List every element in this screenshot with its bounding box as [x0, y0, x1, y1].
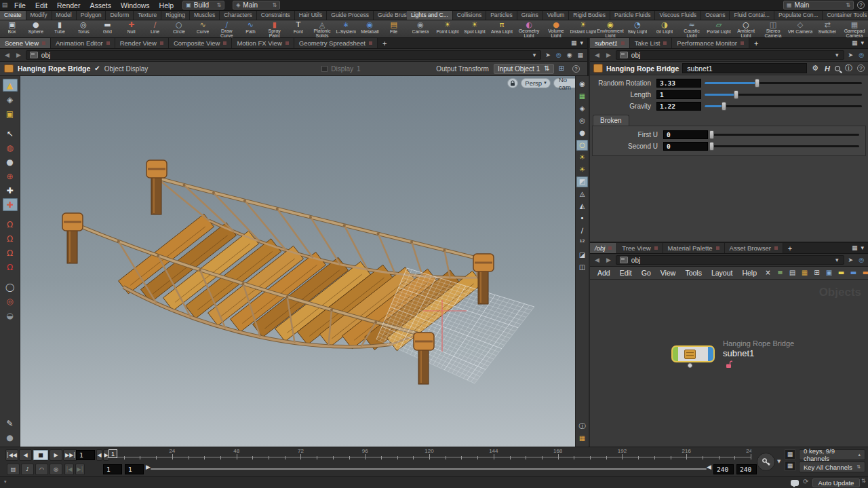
forward-button[interactable]: ▶ [14, 52, 23, 58]
object-display-label[interactable]: Object Display [104, 65, 148, 73]
tab-motion-fx-view[interactable]: Motion FX View [232, 38, 294, 48]
hq-lighting-icon[interactable]: ☀ [576, 164, 588, 175]
message-bubble-icon[interactable] [791, 480, 799, 486]
chevron-down-icon[interactable]: ▾ [532, 52, 538, 58]
tab-performance-monitor[interactable]: Performance Monitor [672, 38, 749, 48]
point-numbers-icon[interactable]: ¹² [576, 238, 588, 248]
play-button[interactable]: ▶ [50, 449, 62, 461]
back-button[interactable]: ◀ [593, 52, 601, 58]
step-back-button[interactable]: ◀ [19, 449, 32, 461]
tab-close-icon[interactable] [223, 41, 226, 45]
view-orbit-icon[interactable]: ◯ [3, 280, 18, 293]
menu-windows[interactable]: Windows [116, 1, 155, 10]
viewport-lock-button[interactable] [507, 78, 518, 88]
menu-edit[interactable]: Edit [31, 1, 52, 10]
shelf-tool-file[interactable]: ▤File [382, 20, 406, 37]
shelf-tab-rigid-bodies[interactable]: Rigid Bodies [569, 11, 610, 20]
wireframe-icon[interactable]: ◬ [576, 189, 588, 200]
shadows-icon[interactable]: ◩ [576, 176, 588, 187]
shelf-tab-populate-con[interactable]: Populate Con... [774, 11, 823, 20]
shelf-tab-texture[interactable]: Texture [134, 11, 161, 20]
range-end-field[interactable]: 240 [713, 464, 734, 474]
thumbnails-icon[interactable]: ⊞ [812, 268, 822, 278]
camera-toggle-icon[interactable]: ◉ [566, 52, 574, 58]
smooth-shaded-icon[interactable]: ◭ [576, 201, 588, 212]
refresh-icon[interactable]: ⟳ [803, 478, 808, 485]
range-start-handle[interactable]: ▶ [146, 464, 151, 470]
net-menu-edit[interactable]: Edit [615, 269, 637, 277]
tab-obj[interactable]: /obj [590, 243, 617, 253]
shelf-tool-spray-paint[interactable]: ▮Spray Paint [262, 20, 286, 37]
check-icon[interactable]: ✔ [94, 65, 100, 72]
info-icon[interactable]: ⓘ [844, 64, 854, 72]
shelf-tool-box[interactable]: ▣Box [0, 20, 24, 37]
audio-options-button[interactable]: ♪ [21, 464, 34, 475]
parameter-help-button[interactable]: ? [857, 64, 865, 72]
menu-render[interactable]: Render [52, 1, 85, 10]
shelf-tab-fluid-contai[interactable]: Fluid Contai... [730, 11, 774, 20]
shelf-tab-vellum[interactable]: Vellum [543, 11, 570, 20]
chevron-down-icon[interactable]: ▾ [834, 257, 840, 263]
shelf-tab-constraints[interactable]: Constraints [257, 11, 295, 20]
color-scheme-icon[interactable]: ▦ [576, 433, 588, 444]
forward-button[interactable]: ▶ [604, 52, 613, 58]
tools-icon[interactable]: × [763, 268, 773, 278]
info-circle-icon[interactable]: ⓘ [576, 421, 588, 432]
pin-icon[interactable]: ➤ [847, 257, 855, 263]
current-frame-field[interactable]: 1 [76, 450, 95, 460]
lock-view-icon[interactable]: ◈ [576, 103, 588, 114]
parameter-value-field[interactable]: 0 [663, 142, 708, 151]
shelf-tab-hair-utils[interactable]: Hair Utils [295, 11, 327, 20]
range-prev-button[interactable]: |◀ [64, 464, 74, 475]
shelf-tool-null[interactable]: ✚Null [119, 20, 143, 37]
shelf-tab-polygon[interactable]: Polygon [77, 11, 106, 20]
pose-tool[interactable]: ✚ [3, 184, 18, 197]
shelf-tab-grains[interactable]: Grains [517, 11, 543, 20]
new-pane-tab-button[interactable]: + [378, 38, 391, 48]
net-menu-layout[interactable]: Layout [707, 269, 738, 277]
tab-close-icon[interactable] [654, 246, 658, 250]
shelf-tool-font[interactable]: TFont [286, 20, 310, 37]
keys-summary-button[interactable]: 0 keys, 9/9 channels▴ [799, 449, 865, 460]
notes-icon[interactable]: ▬ [836, 268, 846, 278]
node-name-label[interactable]: subnet1 [723, 348, 754, 358]
playhead-marker[interactable]: 1 [108, 449, 117, 458]
tab-close-icon[interactable] [716, 246, 719, 250]
tab-close-icon[interactable] [160, 41, 163, 45]
key-options-chevron[interactable]: ▼ [777, 459, 781, 464]
shelf-tab-muscles[interactable]: Muscles [190, 11, 220, 20]
parameter-slider[interactable] [711, 130, 859, 139]
uv-display-icon[interactable]: ◫ [576, 262, 588, 273]
pane-layout-icon[interactable]: ▦ [852, 245, 858, 251]
net-menu-tools[interactable]: Tools [680, 269, 707, 277]
asset-basket-icon[interactable]: ▬ [861, 268, 868, 278]
net-menu-view[interactable]: View [656, 269, 681, 277]
prim-markers-icon[interactable]: ◪ [576, 250, 588, 261]
folder-tab-broken[interactable]: Broken [593, 115, 629, 126]
prev-key-button[interactable]: ◀ [96, 449, 102, 461]
view-select-icon[interactable]: ◎ [3, 295, 18, 307]
select-geometry-tool[interactable]: ◈ [3, 93, 18, 106]
playback-range-slider[interactable] [151, 468, 707, 470]
shelf-tool-area-light[interactable]: πArea Light [488, 20, 515, 37]
set-key-button[interactable] [757, 453, 775, 471]
shelf-tab-guide-brushes[interactable]: Guide Brushes [374, 11, 407, 20]
menu-assets[interactable]: Assets [85, 1, 116, 10]
range-next-button[interactable]: ▶| [75, 464, 85, 475]
tab-close-icon[interactable] [369, 41, 372, 45]
shelf-tool-l-system[interactable]: ∗L-System [334, 20, 358, 37]
go-to-start-button[interactable]: |◀◀ [5, 449, 18, 461]
tab-close-icon[interactable] [621, 41, 625, 45]
pane-layout-icon[interactable]: ▦ [852, 40, 858, 46]
shelf-tool-platonic-solids[interactable]: ◬Platonic Solids [310, 20, 334, 37]
pointer-tool[interactable]: ↖ [3, 127, 18, 140]
tab-close-icon[interactable] [741, 41, 744, 45]
points-display-icon[interactable]: • [576, 213, 588, 224]
range-start-field[interactable]: 1 [103, 464, 122, 474]
tab-geometry-spreadsheet[interactable]: Geometry Spreadsheet [294, 38, 378, 48]
node-render-flag[interactable] [708, 347, 713, 361]
snap-prim-magnet-icon[interactable]: Ω [3, 232, 18, 245]
shelf-tool-switcher[interactable]: ⇄Switcher [814, 20, 841, 37]
shelf-tab-model[interactable]: Model [52, 11, 77, 20]
timeline-ruler[interactable]: 24487296120144168192216240 [107, 448, 751, 462]
